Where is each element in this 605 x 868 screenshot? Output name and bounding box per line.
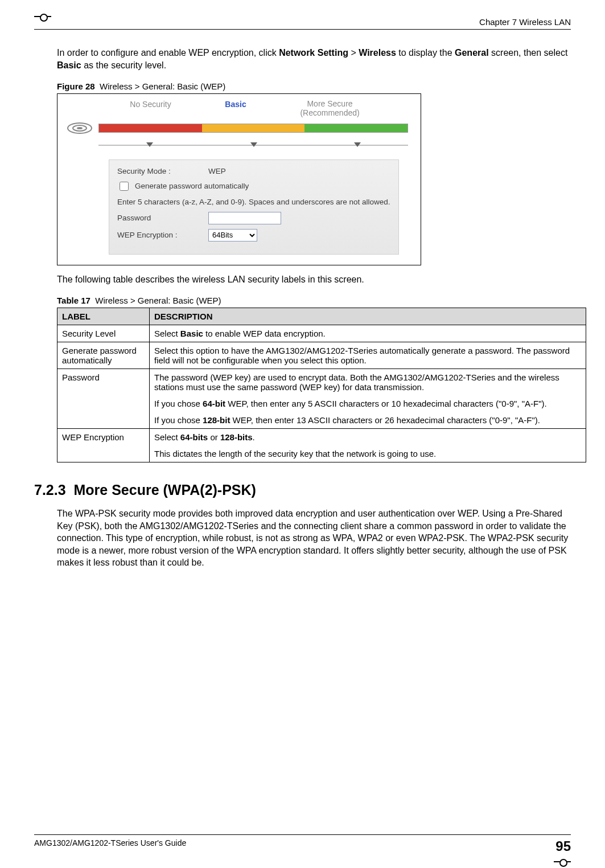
password-input[interactable] [208,212,281,224]
footer-ornament [554,858,571,866]
cell-label: Generate password automatically [57,342,150,369]
security-slider[interactable] [98,137,408,153]
th-label: LABEL [57,308,150,325]
svg-point-2 [77,127,83,129]
table-caption: Table 17 Wireless > General: Basic (WEP) [57,296,571,305]
disc-icon [65,120,94,137]
th-description: DESCRIPTION [150,308,586,325]
header-chapter: Chapter 7 Wireless LAN [479,17,571,27]
cell-description: Select this option to have the AMG1302/A… [150,342,586,369]
security-mode-value: WEP [208,167,226,175]
password-hint: Enter 5 characters (a-z, A-Z, and 0-9). … [117,197,390,207]
wpa-psk-paragraph: The WPA-PSK security mode provides both … [57,507,571,569]
table-row: Password The password (WEP key) are used… [57,369,586,429]
cell-label: WEP Encryption [57,429,150,462]
generate-password-checkbox[interactable] [120,182,129,191]
intro-paragraph: In order to configure and enable WEP enc… [57,47,571,71]
label-no-security: No Security [130,100,171,117]
cell-label: Password [57,369,150,429]
page-number: 95 [555,838,571,854]
table-intro-paragraph: The following table describes the wirele… [57,273,571,286]
label-basic: Basic [225,100,246,117]
slider-marker-basic [250,142,257,147]
header-ornament [34,13,51,21]
figure-caption: Figure 28 Wireless > General: Basic (WEP… [57,81,571,91]
wep-settings-panel: Security Mode : WEP Generate password au… [109,159,399,255]
cell-description: Select Basic to enable WEP data encrypti… [150,325,586,342]
table-row: Generate password automatically Select t… [57,342,586,369]
cell-description: The password (WEP key) are used to encry… [150,369,586,429]
slider-marker-no-security [146,142,153,147]
section-heading-7-2-3: 7.2.3 More Secure (WPA(2)-PSK) [34,482,571,498]
label-more-secure: More Secure(Recommended) [300,100,359,117]
table-row: Security Level Select Basic to enable WE… [57,325,586,342]
security-bar [98,124,408,133]
wep-encryption-select[interactable]: 64Bits [208,229,257,241]
password-label: Password [117,214,203,222]
table-row: WEP Encryption Select 64-bits or 128-bit… [57,429,586,462]
figure-28-box: No Security Basic More Secure(Recommende… [57,93,421,265]
footer-guide-title: AMG1302/AMG1202-TSeries User's Guide [34,838,186,847]
generate-password-label: Generate password automatically [135,182,249,190]
slider-marker-more-secure [354,142,361,147]
cell-description: Select 64-bits or 128-bits. This dictate… [150,429,586,462]
security-mode-label: Security Mode : [117,167,203,175]
table-17: LABEL DESCRIPTION Security Level Select … [57,308,586,462]
cell-label: Security Level [57,325,150,342]
security-level-labels: No Security Basic More Secure(Recommende… [63,97,415,118]
wep-encryption-label: WEP Encryption : [117,231,203,239]
